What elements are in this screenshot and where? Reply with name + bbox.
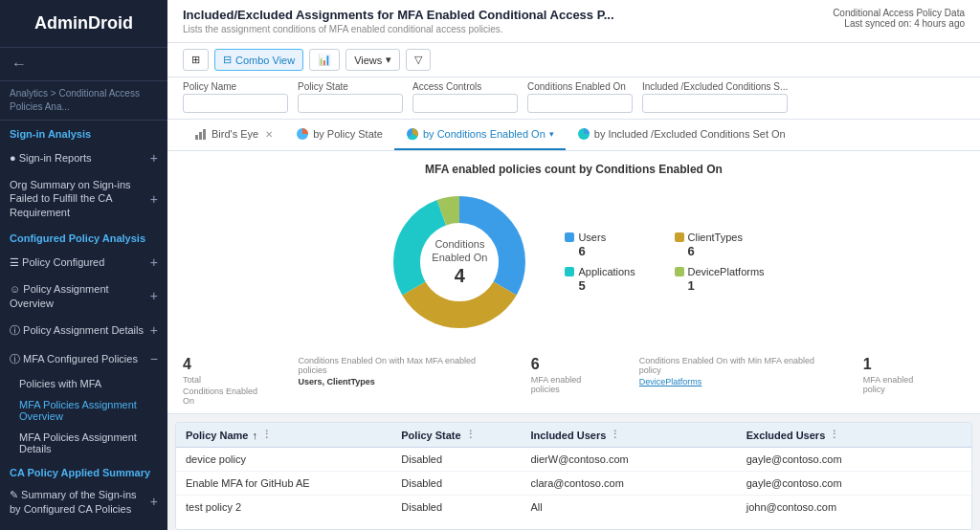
filter-access-controls-select[interactable] — [412, 94, 518, 113]
filter-included-excluded-select[interactable] — [642, 94, 788, 113]
expand-icon: + — [150, 149, 158, 166]
legend-dot-applications — [565, 267, 574, 276]
combo-view-button[interactable]: ⊟ Combo View — [214, 49, 303, 71]
summary-max: Conditions Enabled On with Max MFA enabl… — [298, 356, 530, 406]
table-row: test policy 2 Disabled All john@contoso.… — [176, 496, 971, 519]
table-header: Policy Name ↑ ⋮ Policy State ⋮ Included … — [176, 423, 971, 448]
col-menu-icon[interactable]: ⋮ — [610, 429, 620, 441]
sidebar-item-policy-assignment-overview[interactable]: ☺ Policy Assignment Overview + — [0, 276, 167, 316]
page-subtitle: Lists the assignment conditions of MFA e… — [183, 24, 614, 34]
sidebar-sub-mfa-details[interactable]: MFA Policies Assignment Details — [0, 427, 167, 459]
summary-mfa-count: 6 MFA enabled policies — [531, 356, 639, 406]
expand-icon: + — [150, 287, 158, 304]
col-head-policy-state: Policy State ⋮ — [401, 429, 530, 441]
donut-center-label: Conditions Enabled On 4 — [421, 237, 498, 287]
legend-dot-clienttypes — [675, 232, 684, 242]
tab-birds-eye[interactable]: Bird's Eye ✕ — [183, 120, 284, 150]
svg-rect-1 — [199, 132, 202, 140]
filter-conditions-select[interactable] — [527, 94, 633, 113]
page-title: Included/Excluded Assignments for MFA En… — [183, 8, 614, 22]
tab-by-policy-state[interactable]: by Policy State — [284, 120, 394, 150]
combo-view-icon: ⊟ — [223, 54, 232, 66]
legend-device-platforms: DevicePlatforms 1 — [675, 266, 765, 293]
col-menu-icon[interactable]: ⋮ — [829, 429, 839, 441]
sync-info: Conditional Access Policy Data Last sync… — [833, 8, 965, 29]
filter-policy-state-select[interactable] — [298, 94, 403, 113]
expand-icon: + — [150, 190, 158, 208]
breadcrumb: Analytics > Conditional Access Policies … — [0, 81, 167, 121]
filter-button[interactable]: ▽ — [406, 49, 431, 71]
chart-title: MFA enabled policies count by Conditions… — [425, 163, 723, 176]
chart-area: MFA enabled policies count by Conditions… — [167, 151, 980, 350]
bar-chart-icon — [194, 127, 208, 141]
filter-policy-name-select[interactable] — [183, 94, 288, 113]
toolbar: ⊞ ⊟ Combo View 📊 Views ▾ ▽ — [167, 43, 980, 77]
filter-policy-state: Policy State — [298, 81, 403, 113]
col-head-policy-name: Policy Name ↑ ⋮ — [186, 429, 401, 441]
data-table: Policy Name ↑ ⋮ Policy State ⋮ Included … — [175, 422, 972, 530]
pie-icon-policy-state — [296, 127, 309, 141]
legend-users: Users 6 — [565, 232, 655, 258]
chart-icon: 📊 — [318, 54, 331, 66]
col-menu-icon[interactable]: ⋮ — [465, 429, 476, 441]
legend-dot-users — [565, 232, 574, 242]
section-sign-in-analysis: Sign-in Analysis — [0, 121, 167, 144]
tab-by-included-excluded[interactable]: by Included /Excluded Conditions Set On — [566, 120, 797, 150]
sidebar-item-sign-in-reports[interactable]: ● Sign-in Reports + — [0, 144, 167, 172]
col-head-excluded-users: Excluded Users ⋮ — [746, 429, 962, 441]
chart-legend: Users 6 ClientTypes 6 Applications — [565, 232, 764, 293]
tab-by-conditions-enabled-on[interactable]: by Conditions Enabled On ▾ — [394, 120, 566, 150]
sidebar-item-summary-sign-ins[interactable]: ✎ Summary of the Sign-ins by Configured … — [0, 482, 167, 521]
back-button[interactable]: ← — [0, 48, 167, 81]
col-head-included-users: Included Users ⋮ — [530, 429, 746, 441]
sidebar-item-org-summary[interactable]: Org Summary on Sign-ins Failed to Fulfil… — [0, 172, 167, 225]
pie-icon-conditions — [406, 127, 419, 141]
expand-icon: + — [150, 493, 158, 510]
chart-view-button[interactable]: 📊 — [309, 49, 340, 71]
expand-icon: + — [150, 254, 158, 271]
section-ca-policy-applied: CA Policy Applied Summary — [0, 459, 167, 482]
summary-total: 4 Total Conditions Enabled On — [183, 356, 298, 406]
table-icon: ⊞ — [191, 54, 200, 66]
main-content: Included/Excluded Assignments for MFA En… — [167, 0, 980, 530]
table-row: device policy Disabled dierW@contoso.com… — [176, 448, 971, 472]
sidebar-item-policy-configured[interactable]: ☰ Policy Configured + — [0, 248, 167, 276]
donut-chart: Conditions Enabled On 4 — [383, 186, 536, 339]
chevron-down-icon-tab: ▾ — [549, 129, 554, 139]
filter-included-excluded: Included /Excluded Conditions S... — [642, 81, 788, 113]
sidebar-sub-mfa-overview[interactable]: MFA Policies Assignment Overview — [0, 394, 167, 427]
svg-rect-2 — [203, 129, 206, 140]
filter-policy-name: Policy Name — [183, 81, 288, 113]
filter-icon: ▽ — [414, 54, 422, 66]
pie-icon-included — [577, 127, 590, 141]
close-icon: ✕ — [265, 129, 273, 140]
filter-access-controls: Access Controls — [412, 81, 518, 113]
sidebar-sub-policies-with-mfa[interactable]: Policies with MFA — [0, 373, 167, 394]
chart-body: Conditions Enabled On 4 Users 6 ClientT — [383, 186, 764, 339]
legend-dot-deviceplatforms — [675, 267, 684, 276]
summary-row: 4 Total Conditions Enabled On Conditions… — [167, 350, 980, 414]
section-configured-policy: Configured Policy Analysis — [0, 225, 167, 248]
page-header: Included/Excluded Assignments for MFA En… — [167, 0, 980, 43]
sidebar-item-policy-assignment-details[interactable]: ⓘ Policy Assignment Details + — [0, 316, 167, 344]
collapse-icon: − — [150, 350, 158, 367]
expand-icon: + — [150, 321, 158, 339]
filter-row: Policy Name Policy State Access Controls… — [167, 77, 980, 120]
legend-client-types: ClientTypes 6 — [675, 232, 765, 258]
views-button[interactable]: Views ▾ — [345, 49, 400, 71]
app-logo: AdminDroid — [0, 0, 167, 48]
table-view-button[interactable]: ⊞ — [183, 49, 209, 71]
device-platforms-link[interactable]: DevicePlatforms — [639, 377, 835, 386]
sidebar-item-mfa-configured[interactable]: ⓘ MFA Configured Policies − — [0, 344, 167, 373]
chart-tabs: Bird's Eye ✕ by Policy State by Conditio… — [167, 120, 980, 151]
filter-conditions-enabled-on: Conditions Enabled On — [527, 81, 633, 113]
chevron-down-icon: ▾ — [386, 54, 391, 66]
svg-rect-0 — [195, 135, 198, 140]
col-menu-icon[interactable]: ⋮ — [261, 429, 272, 441]
table-row: Enable MFA for GitHub AE Disabled clara@… — [176, 472, 971, 496]
summary-min-count: 1 MFA enabled policy — [863, 356, 965, 406]
summary-min: Conditions Enabled On with Min MFA enabl… — [639, 356, 863, 406]
sidebar: AdminDroid ← Analytics > Conditional Acc… — [0, 0, 167, 530]
legend-applications: Applications 5 — [565, 266, 655, 293]
sort-icon[interactable]: ↑ — [252, 430, 257, 441]
